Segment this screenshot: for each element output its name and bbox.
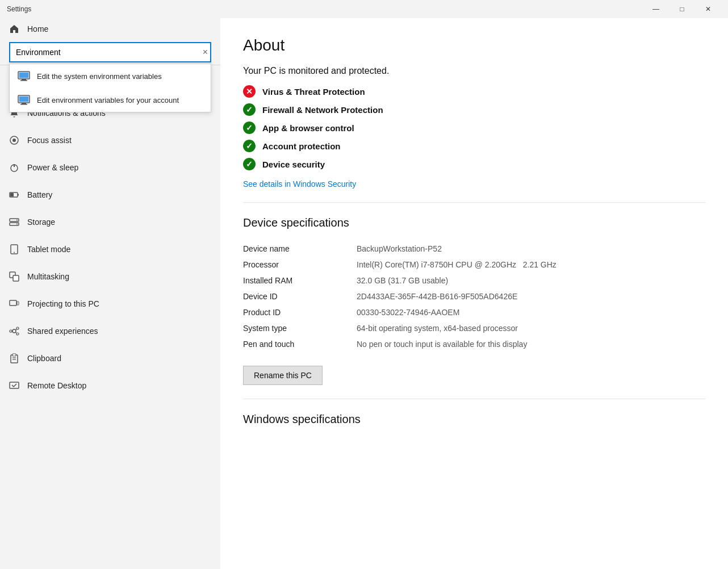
- spec-label-2: Installed RAM: [243, 273, 357, 288]
- shared-icon: [9, 326, 19, 336]
- power-icon: [9, 162, 19, 173]
- sidebar-label-clipboard: Clipboard: [27, 354, 61, 363]
- projecting-icon: [9, 299, 19, 309]
- search-input[interactable]: [9, 42, 211, 62]
- spec-label-1: Processor: [243, 257, 357, 273]
- sidebar-item-storage[interactable]: Storage: [0, 208, 220, 236]
- spec-label-3: Device ID: [243, 288, 357, 304]
- section-divider-2: [243, 399, 705, 399]
- maximize-button[interactable]: □: [669, 0, 695, 18]
- svg-rect-4: [19, 73, 28, 78]
- window-controls: — □ ✕: [643, 0, 721, 18]
- windows-specs-title: Windows specifications: [243, 413, 705, 426]
- sidebar-item-remote[interactable]: Remote Desktop: [0, 372, 220, 399]
- remote-icon: [9, 380, 19, 391]
- sidebar-label-tablet: Tablet mode: [27, 245, 70, 254]
- search-clear-button[interactable]: ×: [203, 48, 208, 57]
- sidebar-item-multitasking[interactable]: Multitasking: [0, 263, 220, 290]
- svg-rect-9: [19, 97, 28, 102]
- spec-row-1: Processor Intel(R) Core(TM) i7-8750H CPU…: [243, 257, 705, 273]
- protection-item-4: ✓ Device security: [243, 158, 705, 170]
- monitor-icon-0: [18, 71, 30, 81]
- spec-value-4: 00330-53022-74946-AAOEM: [357, 304, 705, 320]
- protection-list: ✕ Virus & Threat Protection ✓ Firewall &…: [243, 85, 705, 170]
- svg-point-23: [14, 252, 15, 253]
- protection-label-1: Firewall & Network Protection: [262, 105, 383, 115]
- autocomplete-item-0[interactable]: Edit the system environment variables: [10, 64, 211, 88]
- sidebar-label-storage: Storage: [27, 217, 55, 227]
- protection-label-3: Account protection: [262, 141, 341, 151]
- autocomplete-label-0: Edit the system environment variables: [37, 72, 162, 81]
- sidebar-label-focus: Focus assist: [27, 136, 72, 145]
- see-details-link[interactable]: See details in Windows Security: [243, 179, 356, 189]
- svg-rect-6: [22, 103, 26, 104]
- spec-label-0: Device name: [243, 241, 357, 257]
- spec-label-5: System type: [243, 320, 357, 336]
- svg-point-31: [16, 333, 19, 335]
- status-icon-0: ✕: [243, 85, 256, 98]
- minimize-button[interactable]: —: [643, 0, 669, 18]
- svg-point-12: [12, 139, 16, 142]
- battery-icon: [9, 190, 19, 200]
- status-icon-4: ✓: [243, 158, 256, 170]
- monitor-icon-1: [18, 95, 30, 105]
- status-icon-1: ✓: [243, 103, 256, 116]
- svg-rect-40: [10, 382, 19, 388]
- close-button[interactable]: ✕: [695, 0, 721, 18]
- protection-item-0: ✕ Virus & Threat Protection: [243, 85, 705, 98]
- protection-item-1: ✓ Firewall & Network Protection: [243, 103, 705, 116]
- clipboard-icon: [9, 353, 19, 363]
- sidebar: Home × Edit the system environment varia…: [0, 18, 220, 569]
- sidebar-label-projecting: Projecting to this PC: [27, 299, 99, 308]
- protection-label-4: Device security: [262, 160, 325, 169]
- sidebar-label-multitasking: Multitasking: [27, 272, 69, 281]
- sidebar-item-projecting[interactable]: Projecting to this PC: [0, 290, 220, 317]
- sidebar-nav: Sound Notifications & actions: [0, 72, 220, 569]
- home-label: Home: [27, 24, 48, 34]
- spec-value-1: Intel(R) Core(TM) i7-8750H CPU @ 2.20GHz…: [357, 257, 705, 273]
- sidebar-item-clipboard[interactable]: Clipboard: [0, 345, 220, 372]
- protection-item-2: ✓ App & browser control: [243, 122, 705, 134]
- storage-icon: [9, 217, 19, 227]
- spec-table: Device name BackupWorkstation-P52 Proces…: [243, 241, 705, 352]
- sidebar-item-power[interactable]: Power & sleep: [0, 154, 220, 181]
- svg-point-29: [12, 329, 16, 333]
- svg-point-32: [10, 330, 12, 332]
- spec-row-3: Device ID 2D4433AE-365F-442B-B616-9F505A…: [243, 288, 705, 304]
- svg-rect-27: [17, 302, 19, 305]
- device-specs-title: Device specifications: [243, 216, 705, 229]
- page-title: About: [243, 36, 705, 55]
- status-icon-2: ✓: [243, 122, 256, 134]
- rename-pc-button[interactable]: Rename this PC: [243, 366, 323, 385]
- multitasking-icon: [9, 271, 19, 282]
- svg-rect-2: [20, 80, 27, 81]
- app-title: Settings: [7, 5, 31, 13]
- focus-icon: [9, 135, 19, 145]
- sidebar-item-battery[interactable]: Battery: [0, 181, 220, 208]
- svg-rect-17: [10, 193, 14, 196]
- sidebar-item-tablet[interactable]: Tablet mode: [0, 236, 220, 263]
- autocomplete-dropdown: Edit the system environment variables Ed…: [9, 64, 211, 112]
- spec-label-4: Product ID: [243, 304, 357, 320]
- spec-value-0: BackupWorkstation-P52: [357, 241, 705, 257]
- search-container: × Edit the system environment variables: [9, 42, 211, 62]
- sidebar-item-focus[interactable]: Focus assist: [0, 127, 220, 154]
- sidebar-label-shared: Shared experiences: [27, 327, 98, 336]
- status-icon-3: ✓: [243, 140, 256, 152]
- protection-heading: Your PC is monitored and protected.: [243, 66, 705, 76]
- spec-value-2: 32.0 GB (31.7 GB usable): [357, 273, 705, 288]
- svg-rect-25: [13, 275, 19, 281]
- spec-row-4: Product ID 00330-53022-74946-AAOEM: [243, 304, 705, 320]
- protection-label-2: App & browser control: [262, 123, 354, 133]
- svg-point-30: [16, 327, 19, 329]
- tablet-icon: [9, 244, 19, 254]
- sidebar-label-power: Power & sleep: [27, 163, 78, 172]
- autocomplete-item-1[interactable]: Edit environment variables for your acco…: [10, 88, 211, 112]
- autocomplete-label-1: Edit environment variables for your acco…: [37, 96, 179, 104]
- protection-label-0: Virus & Threat Protection: [262, 87, 365, 97]
- sidebar-item-home[interactable]: Home: [0, 18, 220, 40]
- title-bar: Settings — □ ✕: [0, 0, 728, 18]
- home-icon: [9, 24, 19, 34]
- spec-value-6: No pen or touch input is available for t…: [357, 336, 705, 352]
- sidebar-item-shared[interactable]: Shared experiences: [0, 317, 220, 345]
